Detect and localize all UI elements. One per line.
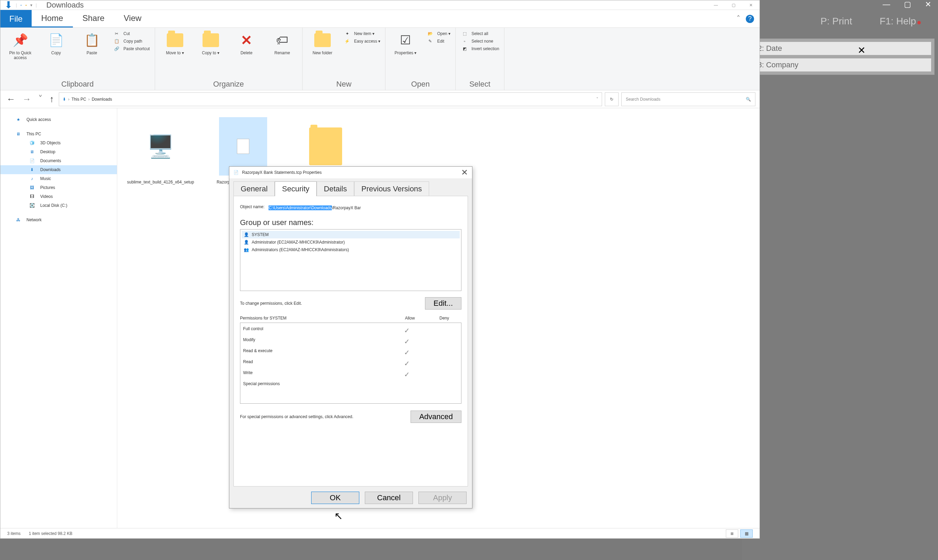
nav-downloads[interactable]: ⬇Downloads — [0, 165, 117, 174]
move-to-button[interactable]: Move to ▾ — [159, 30, 191, 57]
search-input[interactable]: Search Downloads 🔍 — [621, 92, 755, 106]
easy-access-button[interactable]: ⚡Easy access ▾ — [343, 39, 381, 44]
back-button[interactable]: ← — [5, 94, 17, 105]
copy-button[interactable]: 📄Copy — [40, 30, 73, 57]
copy-to-button[interactable]: Copy to ▾ — [194, 30, 227, 57]
breadcrumb-segment[interactable]: Downloads — [92, 97, 112, 102]
file-item[interactable]: 🖥️ sublime_text_build_4126_x64_setup — [126, 117, 195, 185]
user-list-item[interactable]: 👤Administrator (EC2AMAZ-MHICCK9\Administ… — [242, 238, 460, 246]
user-list-item[interactable]: 👤SYSTEM — [242, 231, 460, 238]
recent-locations-button[interactable]: ˅ — [36, 94, 45, 105]
new-folder-button[interactable]: New folder — [306, 30, 339, 57]
tab-view[interactable]: View — [114, 10, 151, 28]
nav-music[interactable]: ♪Music — [0, 174, 117, 183]
details-view-button[interactable]: ≣ — [726, 529, 738, 538]
select-none-button[interactable]: ▫Select none — [460, 39, 499, 44]
pin-to-quick-access-button[interactable]: 📌Pin to Quick access — [4, 30, 37, 63]
users-icon: 👥 — [244, 248, 249, 252]
edit-button[interactable]: ✎Edit — [426, 39, 450, 44]
group-label: Open — [389, 78, 452, 90]
nav-desktop[interactable]: 🖥Desktop — [0, 148, 117, 156]
dialog-tabs: General Security Details Previous Versio… — [229, 178, 472, 196]
file-icon: 📄 — [233, 170, 239, 175]
user-list[interactable]: 👤SYSTEM 👤Administrator (EC2AMAZ-MHICCK9\… — [240, 229, 461, 291]
tab-share[interactable]: Share — [73, 10, 114, 28]
bg-close-button[interactable]: ✕ — [925, 0, 931, 8]
cut-button[interactable]: ✂Cut — [113, 31, 150, 36]
panel-close-icon[interactable]: ✕ — [858, 45, 865, 56]
advanced-button[interactable]: Advanced — [410, 411, 461, 423]
rename-button[interactable]: 🏷Rename — [266, 30, 299, 57]
up-button[interactable]: ↑ — [48, 94, 56, 105]
dialog-body: Object name: C:\Users\Administrator\Down… — [233, 196, 468, 486]
edit-permissions-button[interactable]: Edit... — [425, 297, 461, 309]
paste-icon: 📋 — [83, 32, 100, 48]
copy-path-button[interactable]: 📋Copy path — [113, 39, 150, 44]
refresh-button[interactable]: ↻ — [605, 92, 619, 106]
downloads-icon: ⬇ — [28, 167, 36, 172]
help-icon[interactable]: ? — [746, 15, 754, 23]
qat-dropdown-icon[interactable]: ▾ — [30, 3, 32, 8]
object-name-field[interactable]: C:\Users\Administrator\Downloads\Razorpa… — [268, 202, 461, 211]
close-button[interactable]: ✕ — [749, 3, 753, 8]
new-item-button[interactable]: ✦New item ▾ — [343, 31, 381, 36]
music-icon: ♪ — [28, 176, 36, 181]
properties-button[interactable]: ☑Properties ▾ — [389, 30, 422, 57]
dialog-title: RazorpayX Bank Statements.tcp Properties — [242, 170, 321, 175]
nav-videos[interactable]: 🎞Videos — [0, 192, 117, 201]
documents-icon: 📄 — [28, 158, 36, 163]
desktop-icon: 🖥 — [28, 149, 36, 154]
group-open: ☑Properties ▾ 📂Open ▾ ✎Edit Open — [386, 28, 455, 90]
bg-field-date[interactable]: F2: Date — [748, 42, 932, 55]
tab-home[interactable]: Home — [32, 10, 73, 28]
rename-icon: 🏷 — [274, 32, 290, 48]
invert-selection-button[interactable]: ◩Invert selection — [460, 46, 499, 51]
pictures-icon: 🖼 — [28, 185, 36, 190]
tab-details[interactable]: Details — [317, 182, 354, 196]
bg-menu-print[interactable]: P: Print — [821, 16, 852, 27]
breadcrumb[interactable]: ⬇ › This PC › Downloads ˅ — [59, 92, 602, 106]
nav-network[interactable]: 🖧Network — [0, 215, 117, 225]
group-label: Clipboard — [4, 78, 151, 90]
nav-documents[interactable]: 📄Documents — [0, 156, 117, 165]
tab-general[interactable]: General — [233, 182, 275, 196]
group-select: ⬚Select all ▫Select none ◩Invert selecti… — [455, 28, 504, 90]
tab-security[interactable]: Security — [275, 182, 316, 196]
bg-maximize-button[interactable]: ▢ — [904, 0, 911, 8]
nav-quick-access[interactable]: ★Quick access — [0, 115, 117, 124]
minimize-button[interactable]: — — [714, 3, 718, 8]
bg-field-company[interactable]: F3: Company — [748, 58, 932, 72]
dialog-close-button[interactable]: ✕ — [461, 168, 468, 177]
collapse-ribbon-icon[interactable]: ˄ — [736, 14, 740, 23]
ok-button[interactable]: OK — [311, 492, 359, 504]
open-button[interactable]: 📂Open ▾ — [426, 31, 450, 36]
edit-icon: ✎ — [426, 39, 434, 44]
file-tab[interactable]: File — [0, 10, 32, 28]
copy-path-icon: 📋 — [113, 39, 121, 44]
icons-view-button[interactable]: ▦ — [740, 529, 753, 538]
nav-this-pc[interactable]: 🖥This PC — [0, 129, 117, 138]
bg-menu-help[interactable]: F1: Help — [879, 16, 916, 26]
select-all-button[interactable]: ⬚Select all — [460, 31, 499, 36]
cancel-button[interactable]: Cancel — [365, 492, 413, 504]
perm-name: Read — [243, 359, 390, 368]
breadcrumb-segment[interactable]: This PC — [71, 97, 86, 102]
maximize-button[interactable]: ▢ — [732, 3, 736, 8]
qat-save-icon[interactable]: ▫ — [20, 3, 22, 8]
disk-icon: 💽 — [28, 203, 36, 208]
apply-button[interactable]: Apply — [418, 492, 467, 504]
open-icon: 📂 — [426, 31, 434, 36]
paste-button[interactable]: 📋Paste — [75, 30, 108, 57]
paste-shortcut-button[interactable]: 🔗Paste shortcut — [113, 46, 150, 51]
bg-minimize-button[interactable]: — — [882, 0, 890, 8]
perm-name: Modify — [243, 337, 390, 346]
tab-previous-versions[interactable]: Previous Versions — [354, 182, 429, 196]
qat-folder-icon[interactable]: ▪ — [25, 3, 26, 8]
star-icon: ★ — [14, 117, 22, 122]
forward-button[interactable]: → — [20, 94, 33, 105]
delete-button[interactable]: ✕Delete — [230, 30, 263, 57]
user-list-item[interactable]: 👥Administrators (EC2AMAZ-MHICCK9\Adminis… — [242, 246, 460, 254]
nav-local-disk[interactable]: 💽Local Disk (C:) — [0, 201, 117, 210]
nav-3d-objects[interactable]: 🧊3D Objects — [0, 138, 117, 148]
nav-pictures[interactable]: 🖼Pictures — [0, 183, 117, 192]
